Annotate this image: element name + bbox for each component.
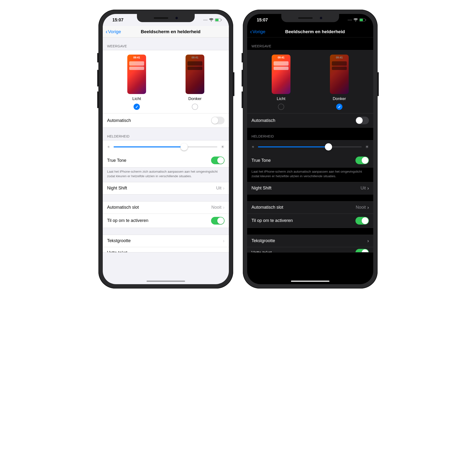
brightness-slider[interactable] xyxy=(258,147,362,147)
battery-icon xyxy=(359,18,366,22)
row-automatic[interactable]: Automatisch xyxy=(103,113,229,127)
nav-bar: ‹ Vorige Beeldscherm en helderheid xyxy=(247,26,373,38)
brightness-slider-row: ☀︎ ☀︎ xyxy=(103,140,229,153)
chevron-left-icon: ‹ xyxy=(250,29,252,35)
toggle-raise[interactable] xyxy=(211,217,224,225)
phone-dark: 15:07 •••• ‹ Vorige Beeldscherm en helde… xyxy=(243,10,377,288)
sun-large-icon: ☀︎ xyxy=(221,144,224,149)
chevron-right-icon: › xyxy=(367,185,369,191)
phone-light: 15:07 •••• ‹ Vorige Beeldscherm en helde… xyxy=(99,10,233,288)
status-time: 15:07 xyxy=(257,18,268,23)
appearance-dark-label: Donker xyxy=(333,96,346,101)
radio-light[interactable] xyxy=(278,104,284,110)
row-textsize[interactable]: Tekstgrootte › xyxy=(247,235,373,247)
page-title: Beeldscherm en helderheid xyxy=(285,29,345,34)
appearance-option-dark[interactable]: 09:41 Donker xyxy=(186,54,204,110)
nightshift-label: Night Shift xyxy=(107,186,127,191)
battery-icon xyxy=(215,18,222,22)
appearance-option-light[interactable]: 09:41 Licht xyxy=(272,54,290,110)
toggle-automatic[interactable] xyxy=(211,116,224,124)
section-header-appearance: WEERGAVE xyxy=(247,38,373,50)
notch xyxy=(281,14,339,22)
textsize-label: Tekstgrootte xyxy=(252,238,275,243)
radio-dark[interactable] xyxy=(192,104,198,110)
notch xyxy=(137,14,195,22)
row-nightshift[interactable]: Night Shift Uit› xyxy=(247,182,373,194)
appearance-option-light[interactable]: 09:41 Licht xyxy=(127,54,146,110)
wifi-icon xyxy=(209,18,213,22)
sun-small-icon: ☀︎ xyxy=(107,145,110,149)
nav-bar: ‹ Vorige Beeldscherm en helderheid xyxy=(103,26,229,38)
wifi-icon xyxy=(354,18,358,22)
nightshift-label: Night Shift xyxy=(252,186,271,191)
row-boldtext-partial[interactable]: Vette tekst xyxy=(247,247,373,252)
row-raise[interactable]: Til op om te activeren xyxy=(247,213,373,228)
sun-large-icon: ☀︎ xyxy=(365,144,369,149)
raise-label: Til op om te activeren xyxy=(252,218,293,223)
back-label: Vorige xyxy=(108,29,121,34)
row-nightshift[interactable]: Night Shift Uit› xyxy=(103,182,229,194)
back-label: Vorige xyxy=(253,29,266,34)
automatic-label: Automatisch xyxy=(252,118,275,123)
autolock-value: Nooit xyxy=(356,205,366,210)
toggle-automatic[interactable] xyxy=(355,116,369,124)
truetone-footer-note: Laat het iPhone-scherm zich automatisch … xyxy=(103,168,229,182)
preview-light: 09:41 xyxy=(127,54,146,94)
row-automatic[interactable]: Automatisch xyxy=(247,113,373,127)
row-raise[interactable]: Til op om te activeren xyxy=(103,213,229,228)
autolock-value: Nooit xyxy=(211,205,221,210)
row-truetone[interactable]: True Tone xyxy=(247,153,373,167)
chevron-right-icon: › xyxy=(223,238,224,243)
preview-dark: 09:41 xyxy=(330,54,349,94)
chevron-right-icon: › xyxy=(367,205,369,210)
autolock-label: Automatisch slot xyxy=(107,205,139,210)
chevron-right-icon: › xyxy=(223,205,224,210)
svg-rect-2 xyxy=(221,19,222,21)
chevron-right-icon: › xyxy=(223,185,224,191)
preview-light: 09:41 xyxy=(272,54,290,94)
appearance-light-label: Licht xyxy=(277,96,285,101)
svg-rect-5 xyxy=(365,19,366,21)
page-title: Beeldscherm en helderheid xyxy=(141,29,200,34)
truetone-label: True Tone xyxy=(107,158,126,163)
slider-thumb[interactable] xyxy=(325,143,332,150)
section-header-brightness: HELDERHEID xyxy=(103,128,229,140)
autolock-label: Automatisch slot xyxy=(252,205,283,210)
appearance-dark-label: Donker xyxy=(188,96,202,101)
back-button[interactable]: ‹ Vorige xyxy=(106,29,121,35)
toggle-boldtext-partial[interactable] xyxy=(355,249,369,252)
row-autolock[interactable]: Automatisch slot Nooit› xyxy=(247,201,373,213)
row-textsize[interactable]: Tekstgrootte › xyxy=(103,235,229,247)
raise-label: Til op om te activeren xyxy=(107,218,148,223)
svg-rect-1 xyxy=(215,19,219,21)
section-header-brightness: HELDERHEID xyxy=(247,128,373,140)
chevron-left-icon: ‹ xyxy=(106,29,108,35)
preview-dark: 09:41 xyxy=(186,54,204,94)
chevron-right-icon: › xyxy=(367,238,369,243)
cell-signal-icon: •••• xyxy=(348,19,352,21)
svg-rect-4 xyxy=(360,19,363,21)
cell-signal-icon: •••• xyxy=(203,19,208,21)
radio-dark-checked[interactable] xyxy=(336,104,343,110)
slider-thumb[interactable] xyxy=(180,143,188,150)
textsize-label: Tekstgrootte xyxy=(107,238,131,243)
row-truetone[interactable]: True Tone xyxy=(103,153,229,167)
home-indicator[interactable] xyxy=(146,281,185,282)
brightness-slider[interactable] xyxy=(114,147,217,147)
automatic-label: Automatisch xyxy=(107,118,131,123)
section-header-appearance: WEERGAVE xyxy=(103,38,229,50)
radio-light-checked[interactable] xyxy=(133,104,140,110)
home-indicator[interactable] xyxy=(291,281,330,282)
back-button[interactable]: ‹ Vorige xyxy=(250,29,266,35)
row-autolock[interactable]: Automatisch slot Nooit› xyxy=(103,201,229,213)
brightness-slider-row: ☀︎ ☀︎ xyxy=(247,140,373,153)
appearance-light-label: Licht xyxy=(132,96,141,101)
status-time: 15:07 xyxy=(112,18,123,23)
appearance-option-dark[interactable]: 09:41 Donker xyxy=(330,54,349,110)
toggle-truetone[interactable] xyxy=(355,157,369,164)
row-boldtext-partial[interactable]: Vette tekst xyxy=(103,247,229,252)
toggle-raise[interactable] xyxy=(355,217,369,225)
toggle-truetone[interactable] xyxy=(211,157,224,164)
nightshift-value: Uit xyxy=(361,186,366,191)
sun-small-icon: ☀︎ xyxy=(252,145,255,149)
